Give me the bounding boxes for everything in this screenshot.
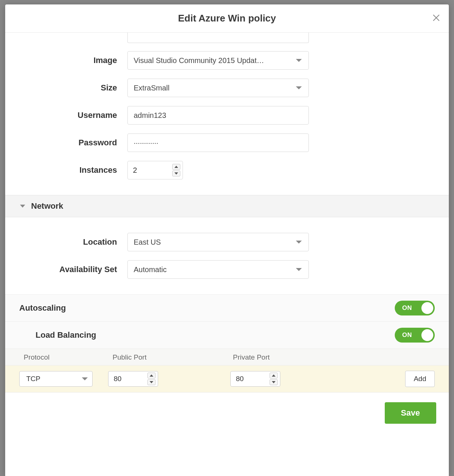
- vm-settings-section: Image Visual Studio Community 2015 Updat…: [5, 33, 449, 195]
- password-input[interactable]: [127, 133, 309, 152]
- image-label: Image: [5, 56, 127, 65]
- availability-set-label: Availability Set: [5, 265, 127, 274]
- port-table-header: Protocol Public Port Private Port: [5, 348, 449, 365]
- triangle-up-icon: [272, 374, 276, 377]
- edit-policy-modal: Edit Azure Win policy Image: [5, 4, 449, 476]
- chevron-down-icon: [82, 377, 88, 380]
- network-section-header[interactable]: Network: [5, 195, 449, 217]
- modal-title: Edit Azure Win policy: [178, 13, 276, 24]
- instances-label: Instances: [5, 165, 127, 175]
- size-label: Size: [5, 83, 127, 93]
- load-balancing-toggle-text: ON: [402, 331, 412, 339]
- private-port-value: 80: [236, 375, 270, 383]
- public-port-increment[interactable]: [147, 373, 156, 379]
- triangle-down-icon: [272, 381, 276, 383]
- modal-footer: Save: [5, 393, 449, 435]
- instances-stepper[interactable]: 2: [127, 161, 183, 179]
- location-label: Location: [5, 237, 127, 247]
- public-port-column-header: Public Port: [113, 353, 233, 361]
- add-port-button[interactable]: Add: [405, 371, 435, 387]
- size-value: ExtraSmall: [134, 84, 296, 92]
- username-label: Username: [5, 110, 127, 120]
- truncated-field[interactable]: [127, 33, 309, 43]
- protocol-select[interactable]: TCP: [19, 371, 93, 387]
- close-button[interactable]: [431, 13, 441, 23]
- availability-set-select[interactable]: Automatic: [127, 260, 309, 279]
- save-button[interactable]: Save: [385, 402, 436, 424]
- load-balancing-toggle[interactable]: ON: [395, 328, 435, 343]
- instances-value: 2: [133, 166, 172, 175]
- triangle-up-icon: [174, 166, 178, 168]
- public-port-decrement[interactable]: [147, 379, 156, 385]
- chevron-down-icon: [296, 59, 302, 62]
- toggle-knob: [421, 302, 433, 314]
- location-value: East US: [134, 238, 296, 247]
- chevron-down-icon: [296, 268, 302, 271]
- public-port-stepper[interactable]: 80: [108, 371, 158, 387]
- chevron-down-icon: [296, 86, 302, 89]
- protocol-value: TCP: [26, 375, 82, 383]
- image-select[interactable]: Visual Studio Community 2015 Updat…: [127, 51, 309, 70]
- load-balancing-label: Load Balancing: [36, 330, 96, 340]
- password-label: Password: [5, 138, 127, 148]
- modal-header: Edit Azure Win policy: [5, 4, 449, 33]
- private-port-decrement[interactable]: [270, 379, 278, 385]
- network-section: Location East US Availability Set Automa…: [5, 217, 449, 294]
- autoscaling-toggle-text: ON: [402, 304, 412, 312]
- triangle-down-icon: [174, 172, 178, 175]
- image-value: Visual Studio Community 2015 Updat…: [134, 56, 296, 65]
- autoscaling-row: Autoscaling ON: [5, 294, 449, 321]
- autoscaling-label: Autoscaling: [19, 303, 66, 313]
- chevron-down-icon: [296, 241, 302, 244]
- autoscaling-toggle[interactable]: ON: [395, 301, 435, 315]
- private-port-increment[interactable]: [270, 373, 278, 379]
- modal-body: Image Visual Studio Community 2015 Updat…: [5, 33, 449, 476]
- size-select[interactable]: ExtraSmall: [127, 79, 309, 97]
- port-table-row: TCP 80 80 Add: [5, 365, 449, 393]
- username-input[interactable]: [127, 106, 309, 125]
- protocol-column-header: Protocol: [24, 353, 113, 361]
- instances-increment[interactable]: [172, 164, 180, 170]
- location-select[interactable]: East US: [127, 233, 309, 251]
- triangle-up-icon: [150, 374, 153, 377]
- network-section-title: Network: [31, 201, 63, 211]
- toggle-knob: [421, 329, 433, 341]
- load-balancing-row: Load Balancing ON: [5, 321, 449, 348]
- public-port-value: 80: [114, 375, 147, 383]
- chevron-down-icon: [20, 205, 25, 208]
- triangle-down-icon: [150, 381, 153, 383]
- private-port-stepper[interactable]: 80: [230, 371, 280, 387]
- instances-decrement[interactable]: [172, 171, 180, 176]
- close-icon: [432, 14, 440, 22]
- availability-set-value: Automatic: [134, 265, 296, 274]
- private-port-column-header: Private Port: [233, 353, 435, 361]
